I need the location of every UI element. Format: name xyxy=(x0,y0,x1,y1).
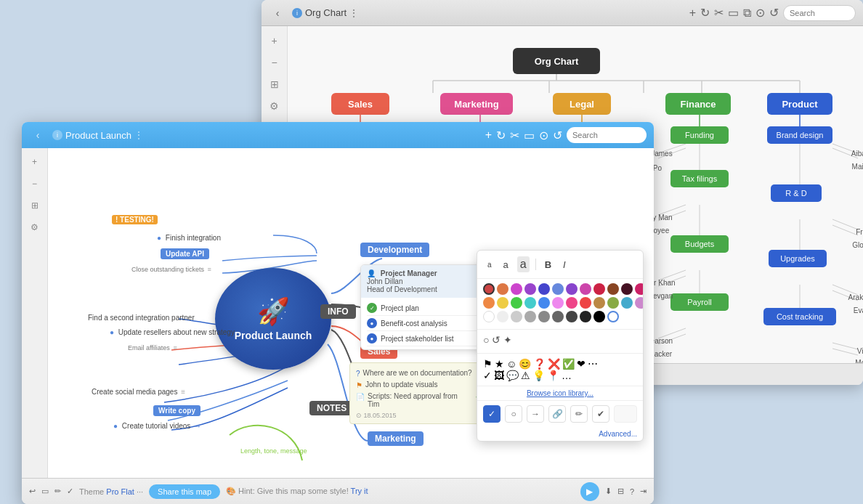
tf-action-circle[interactable]: ○ xyxy=(505,405,522,423)
mm-theme-value[interactable]: Pro Flat xyxy=(106,487,134,496)
icon-bulb[interactable]: 💡 xyxy=(532,370,545,381)
tf-action-edit[interactable]: ✏ xyxy=(570,405,588,423)
org-zoom-out[interactable]: − xyxy=(266,54,283,71)
mm-info-icon[interactable]: i xyxy=(52,130,62,140)
color-hot-pink[interactable] xyxy=(566,297,578,309)
color-blue[interactable] xyxy=(552,283,564,295)
org-node-sales[interactable]: Sales xyxy=(331,93,389,115)
color-orange[interactable] xyxy=(497,283,509,295)
icon-cross[interactable]: ❌ xyxy=(548,358,560,370)
tf-font-medium[interactable]: a xyxy=(501,258,511,272)
mm-branch-development[interactable]: Development xyxy=(360,243,429,257)
color-white[interactable] xyxy=(483,311,495,322)
mm-branch-info[interactable]: INFO xyxy=(320,304,356,319)
mm-share-button[interactable]: Share this map xyxy=(149,484,220,499)
mm-action-write-copy[interactable]: Write copy xyxy=(153,405,200,416)
color-gray-5[interactable] xyxy=(566,311,578,322)
icon-flag[interactable]: ⚑ xyxy=(483,358,493,370)
tf-advanced-link[interactable]: Advanced... xyxy=(477,427,643,441)
mm-collapse-icon[interactable]: ⇥ xyxy=(640,487,647,496)
color-crimson[interactable] xyxy=(593,283,605,295)
mm-hint-link[interactable]: Try it xyxy=(351,487,368,495)
org-redo-icon[interactable]: ↻ xyxy=(700,6,710,20)
color-pink-dark[interactable] xyxy=(580,283,591,295)
color-transparent[interactable] xyxy=(607,311,619,322)
icon-check[interactable]: ✅ xyxy=(562,358,575,370)
mm-action-update-api[interactable]: Update API xyxy=(161,248,209,259)
mm-canvas-icon[interactable]: ▭ xyxy=(41,487,49,496)
mm-play-button[interactable]: ▶ xyxy=(580,482,599,501)
mm-cut-icon[interactable]: ✂ xyxy=(510,129,519,142)
icon-check-2[interactable]: ✓ xyxy=(483,370,492,381)
color-violet[interactable] xyxy=(524,283,536,295)
mm-branch-marketing[interactable]: Marketing xyxy=(368,431,424,446)
mm-branch-notes[interactable]: NOTES xyxy=(309,401,354,415)
icon-smiley[interactable]: ☺ xyxy=(506,358,516,370)
color-red-2[interactable] xyxy=(580,297,591,309)
color-gray-4[interactable] xyxy=(552,311,564,322)
org-zoom-in[interactable]: + xyxy=(266,32,283,49)
mm-screen-icon[interactable]: ▭ xyxy=(524,129,535,142)
org-undo-icon[interactable]: ↺ xyxy=(769,6,779,20)
org-subnode-tax[interactable]: Tax filings xyxy=(670,170,729,187)
tf-browse-link[interactable]: Browse icon library... xyxy=(477,386,643,401)
mm-help-icon[interactable]: ? xyxy=(630,487,634,496)
org-subnode-funding[interactable]: Funding xyxy=(670,126,729,144)
shape-circle-arrow[interactable]: ↺ xyxy=(492,334,501,346)
tf-font-large[interactable]: a xyxy=(517,256,530,272)
color-brown[interactable] xyxy=(607,283,619,295)
org-node-root[interactable]: Org Chart xyxy=(513,48,600,74)
icon-star-filled[interactable]: ★ xyxy=(495,358,504,370)
icon-dots[interactable]: ⋯ xyxy=(588,358,598,370)
org-search-input[interactable] xyxy=(783,5,856,21)
color-pink[interactable] xyxy=(552,297,564,309)
mm-check-icon[interactable]: ✓ xyxy=(67,487,73,496)
mm-testing-badge[interactable]: ! TESTING! xyxy=(112,215,158,224)
mm-settings-icon[interactable]: ⚙ xyxy=(27,219,43,235)
mm-brush-icon[interactable]: ✏ xyxy=(54,487,61,496)
org-node-finance[interactable]: Finance xyxy=(665,93,731,115)
color-dark-red[interactable] xyxy=(621,283,633,295)
org-node-product[interactable]: Product xyxy=(767,93,832,115)
tf-action-check[interactable]: ✓ xyxy=(483,405,501,423)
org-copy-icon[interactable]: ⧉ xyxy=(743,7,751,20)
color-light-gray[interactable] xyxy=(497,311,509,322)
color-purple[interactable] xyxy=(511,283,522,295)
mm-zoom-out[interactable]: − xyxy=(27,176,43,192)
icon-image[interactable]: 🖼 xyxy=(494,370,504,381)
icon-warning[interactable]: ⚠ xyxy=(521,370,530,381)
color-green[interactable] xyxy=(511,297,522,309)
mm-undo-icon[interactable]: ↺ xyxy=(553,129,562,142)
color-rose[interactable] xyxy=(635,283,644,295)
org-node-legal[interactable]: Legal xyxy=(553,93,611,115)
icon-comment[interactable]: 💬 xyxy=(506,370,519,381)
mm-print-icon[interactable]: ⊟ xyxy=(617,487,624,496)
org-node-marketing[interactable]: Marketing xyxy=(440,93,513,115)
color-black[interactable] xyxy=(593,311,605,322)
tf-bold-btn[interactable]: B xyxy=(542,258,554,272)
org-add-icon[interactable]: + xyxy=(689,7,696,20)
tf-font-small[interactable]: a xyxy=(485,259,495,270)
color-gray-2[interactable] xyxy=(524,311,536,322)
org-subnode-rd[interactable]: R & D xyxy=(771,184,822,202)
mm-search-input[interactable] xyxy=(567,127,647,143)
icon-pin[interactable]: 📍 xyxy=(547,370,559,381)
color-dark-blue[interactable] xyxy=(538,283,550,295)
org-nav-back[interactable]: ‹ xyxy=(269,4,286,22)
mm-redo-icon[interactable]: ↻ xyxy=(496,129,506,142)
mm-download-icon[interactable]: ⬇ xyxy=(605,487,612,496)
mm-menu-dots[interactable]: ⋮ xyxy=(134,130,143,140)
tf-action-link[interactable]: 🔗 xyxy=(548,405,566,423)
org-settings-icon[interactable]: ⚙ xyxy=(266,97,283,115)
icon-smiley-big[interactable]: 😊 xyxy=(519,358,531,370)
color-teal[interactable] xyxy=(524,297,536,309)
tf-action-check-2[interactable]: ✔ xyxy=(592,405,609,423)
shape-circle[interactable]: ○ xyxy=(483,334,489,346)
color-sky[interactable] xyxy=(538,297,550,309)
mm-history-icon[interactable]: ↩ xyxy=(29,487,36,496)
org-menu-dots[interactable]: ⋮ xyxy=(349,8,358,18)
org-subnode-brand-design[interactable]: Brand design xyxy=(767,126,832,144)
org-subnode-budgets[interactable]: Budgets xyxy=(670,235,729,253)
mm-fit-icon[interactable]: ⊞ xyxy=(27,198,43,214)
color-yellow[interactable] xyxy=(497,297,509,309)
